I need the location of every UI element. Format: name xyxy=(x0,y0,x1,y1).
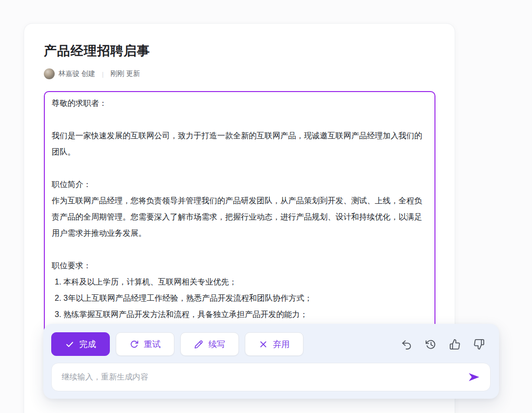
ai-action-buttons: 完成 重试 续写 弃用 xyxy=(51,332,491,356)
author-created-label: 林嘉骏 创建 xyxy=(59,69,95,78)
ai-generated-content[interactable]: 尊敬的求职者： 我们是一家快速发展的互联网公司，致力于打造一款全新的互联网产品，… xyxy=(44,91,435,347)
continue-button-label: 续写 xyxy=(208,339,225,350)
content-empty-line xyxy=(52,160,428,176)
continue-writing-button[interactable]: 续写 xyxy=(180,332,239,356)
content-paragraph: 职位要求： xyxy=(52,257,428,274)
content-list-item: 2. 3年以上互联网产品经理工作经验，熟悉产品开发流程和团队协作方式； xyxy=(52,290,428,306)
ai-assistant-panel: 完成 重试 续写 弃用 xyxy=(43,324,499,399)
page-title[interactable]: 产品经理招聘启事 xyxy=(44,43,455,58)
content-paragraph: 职位简介： xyxy=(52,176,428,192)
refresh-icon xyxy=(130,340,139,349)
close-icon xyxy=(259,340,268,349)
thumbs-up-icon[interactable] xyxy=(449,339,461,350)
content-paragraph: 尊敬的求职者： xyxy=(52,95,428,111)
document-meta: 林嘉骏 创建 | 刚刚 更新 xyxy=(44,68,455,79)
feedback-icon-row xyxy=(401,339,485,350)
pencil-icon xyxy=(194,340,203,349)
content-list-item: 3. 熟练掌握互联网产品开发方法和流程，具备独立承担产品开发的能力； xyxy=(52,306,428,322)
author-avatar xyxy=(44,68,55,79)
undo-icon[interactable] xyxy=(401,339,412,350)
discard-button[interactable]: 弃用 xyxy=(245,332,303,356)
content-empty-line xyxy=(52,111,428,127)
check-icon xyxy=(65,340,74,349)
content-empty-line xyxy=(52,241,428,257)
content-list-item: 1. 本科及以上学历，计算机、互联网相关专业优先； xyxy=(52,274,428,290)
done-button[interactable]: 完成 xyxy=(51,332,110,356)
updated-label: 刚刚 更新 xyxy=(110,69,140,78)
thumbs-down-icon[interactable] xyxy=(473,339,485,350)
done-button-label: 完成 xyxy=(79,339,96,350)
retry-button-label: 重试 xyxy=(144,339,161,350)
send-icon[interactable] xyxy=(466,371,481,383)
content-paragraph: 我们是一家快速发展的互联网公司，致力于打造一款全新的互联网产品，现诚邀互联网产品… xyxy=(52,127,428,160)
editor-page: 产品经理招聘启事 林嘉骏 创建 | 刚刚 更新 尊敬的求职者： 我们是一家快速发… xyxy=(0,0,532,413)
ai-prompt-input[interactable] xyxy=(62,373,466,381)
retry-button[interactable]: 重试 xyxy=(116,332,174,356)
history-icon[interactable] xyxy=(425,339,436,350)
meta-divider: | xyxy=(102,70,103,78)
ai-input-container xyxy=(51,363,491,391)
content-paragraph: 作为互联网产品经理，您将负责领导并管理我们的产品研发团队，从产品策划到开发、测试… xyxy=(52,192,428,241)
discard-button-label: 弃用 xyxy=(273,339,290,350)
